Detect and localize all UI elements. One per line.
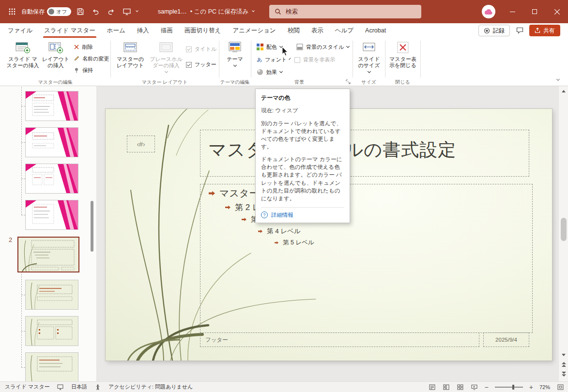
fonts-chevron-icon [289, 58, 291, 60]
checkbox-box [294, 57, 300, 63]
layout-tree-connector [21, 367, 25, 368]
collapse-ribbon-chevron-icon[interactable] [553, 76, 563, 83]
notes-icon[interactable] [429, 383, 436, 391]
group-separator [385, 41, 385, 77]
comments-icon[interactable] [516, 27, 523, 34]
app-grid-icon[interactable] [6, 5, 18, 18]
share-label: 共有 [543, 27, 555, 35]
previous-slide-button[interactable] [560, 361, 567, 368]
insert-slide-master-button[interactable]: スライド マスターの挿入 [6, 40, 40, 77]
zoom-slider[interactable] [495, 387, 523, 388]
layout-thumbnail[interactable] [25, 316, 78, 346]
scroll-up-button[interactable] [560, 88, 567, 94]
close-button[interactable] [546, 0, 568, 23]
autosave-toggle[interactable]: 自動保存 オフ [21, 7, 71, 16]
accessibility-status[interactable]: アクセシビリティ: 問題ありません [108, 383, 193, 391]
layout-thumbnail[interactable] [25, 91, 78, 121]
minimize-button[interactable] [501, 0, 523, 23]
share-button[interactable]: 共有 [529, 25, 560, 36]
display-settings-icon[interactable] [57, 383, 64, 391]
tab-slide-master[interactable]: スライド マスター [38, 23, 101, 38]
colors-label: 配色 [266, 44, 277, 51]
layout-thumbnail[interactable] [25, 280, 78, 310]
rename-button[interactable]: 名前の変更 [72, 53, 111, 64]
layout-thumbnail[interactable] [25, 127, 78, 157]
zoom-slider-handle[interactable] [512, 385, 514, 390]
normal-view-icon[interactable] [443, 383, 450, 391]
scroll-down-button[interactable] [560, 351, 567, 358]
tab-acrobat[interactable]: Acrobat [359, 23, 392, 38]
tooltip-body: 別のカラー パレットを選んで、ドキュメントで使われているすべての色をすばやく変更… [261, 120, 344, 151]
delete-button[interactable]: 削除 [72, 42, 95, 52]
document-title[interactable]: sample1… • この PC に保存済み [158, 0, 254, 23]
bullet-level-4: 第 4 レベル [258, 227, 301, 236]
footer-placeholder[interactable]: フッター [200, 332, 479, 347]
selected-master-thumbnail[interactable] [17, 237, 79, 272]
slide-size-icon [362, 41, 376, 54]
background-styles-button[interactable]: 背景のスタイル [294, 42, 351, 52]
delete-icon [74, 44, 79, 50]
close-master-view-button[interactable]: マスター表示を閉じる [387, 40, 418, 77]
layout-thumbnail[interactable] [25, 200, 78, 230]
tab-help[interactable]: ヘルプ [329, 23, 359, 38]
title-placeholder[interactable]: マスター タイトルの書式設定 [200, 130, 529, 177]
slide-number-text: ‹#› [137, 140, 145, 148]
account-avatar[interactable] [482, 5, 495, 18]
tab-home[interactable]: ホーム [101, 23, 131, 38]
search-input[interactable]: 検索 [269, 5, 421, 18]
tab-file[interactable]: ファイル [2, 23, 38, 38]
date-placeholder[interactable]: 2025/9/4 [483, 332, 529, 347]
themes-button[interactable]: テーマ [222, 40, 248, 77]
zoom-in-button[interactable]: + [529, 383, 533, 391]
group-separator [219, 41, 219, 77]
tab-transitions[interactable]: 画面切り替え [179, 23, 227, 38]
layout-thumbnail[interactable] [25, 164, 78, 194]
background-dialog-launcher[interactable] [345, 78, 352, 85]
tab-review[interactable]: 校閲 [282, 23, 306, 38]
next-slide-button[interactable] [560, 371, 567, 377]
bullet-arrow-icon [242, 218, 246, 222]
customize-qat-chevron-icon[interactable] [136, 9, 138, 12]
effects-button[interactable]: 効果 [255, 67, 292, 77]
tab-animations[interactable]: アニメーション [227, 23, 281, 38]
learn-more-link[interactable]: 詳細情報 [271, 211, 293, 219]
layout-thumbnail[interactable] [25, 352, 78, 382]
preserve-button[interactable]: 保持 [72, 65, 95, 75]
redo-icon[interactable] [105, 5, 118, 18]
tab-draw[interactable]: 描画 [155, 23, 179, 38]
master-layout-button[interactable]: マスターのレイアウト [114, 40, 146, 77]
zoom-level[interactable]: 72% [539, 384, 550, 390]
view-name-label[interactable]: スライド マスター [5, 383, 50, 391]
fit-to-window-icon[interactable] [556, 383, 564, 391]
bullet-level-5: 第 5 レベル [275, 239, 314, 247]
thumbnail-scrollbar-thumb[interactable] [91, 201, 93, 252]
body-placeholder[interactable]: マスター テキストの書式設定 第 2 レベル 第 3 レベル 第 4 レベル 第… [200, 184, 533, 333]
undo-icon[interactable] [90, 5, 102, 18]
zoom-out-button[interactable]: − [485, 383, 489, 391]
insert-placeholder-button: プレースホルダーの挿入 [148, 40, 184, 77]
insert-slide-master-label: スライド マスターの挿入 [6, 56, 40, 69]
tab-view[interactable]: 表示 [306, 23, 329, 38]
tab-insert[interactable]: 挿入 [131, 23, 155, 38]
fonts-label: フォント [265, 56, 287, 63]
record-button[interactable]: 記録 [478, 25, 510, 36]
bullet-arrow-icon [258, 229, 262, 233]
insert-layout-button[interactable]: レイアウトの挿入 [41, 40, 71, 77]
layout-tree-connector [21, 179, 25, 179]
slide-sorter-view-icon[interactable] [457, 383, 464, 391]
save-icon[interactable] [74, 5, 87, 18]
language-label[interactable]: 日本語 [71, 383, 87, 391]
theme-colors-tooltip: テーマの色 現在: ウィスプ 別のカラー パレットを選んで、ドキュメントで使われ… [255, 89, 350, 223]
group-separator [353, 41, 353, 77]
present-display-icon[interactable] [121, 5, 133, 18]
scrollbar-thumb[interactable] [561, 218, 567, 241]
maximize-button[interactable] [523, 0, 546, 23]
document-save-status: • この PC に保存済み [190, 8, 249, 16]
slide-size-button[interactable]: スライドのサイズ [355, 40, 383, 77]
slide-number-placeholder[interactable]: ‹#› [127, 136, 155, 152]
footer-checkbox[interactable]: フッター [186, 61, 216, 68]
group-label-edit-theme: テーマの編集 [220, 79, 250, 86]
slideshow-view-icon[interactable] [471, 383, 478, 391]
layout-tree-connector [21, 142, 25, 143]
themes-chevron-icon [233, 63, 236, 67]
